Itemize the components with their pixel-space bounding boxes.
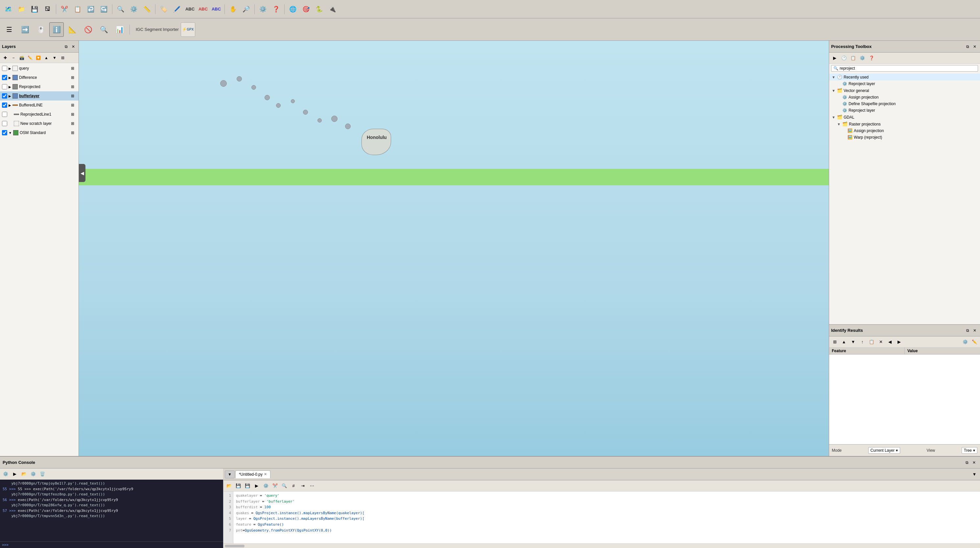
editor-scrollbar-thumb[interactable]: [225, 545, 245, 547]
layers-btn[interactable]: ☰: [2, 22, 16, 37]
editor-tb-save2[interactable]: 💾: [243, 481, 252, 490]
layer-expand-reprojected[interactable]: ▶: [8, 85, 11, 89]
undo-icon[interactable]: ↩️: [84, 3, 97, 16]
globe-icon[interactable]: 🌐: [286, 3, 299, 16]
editor-tb-comment[interactable]: #: [289, 481, 298, 490]
save-as-icon[interactable]: 🖫: [41, 3, 54, 16]
console-tb-settings[interactable]: ⚙️: [1, 470, 10, 478]
editor-tab-untitled[interactable]: *Untitled-0.py ✕: [235, 470, 270, 478]
layer-expand-difference[interactable]: ▶: [8, 76, 11, 79]
editor-scrollbar-h[interactable]: [223, 543, 980, 548]
select-icon[interactable]: ⚙️: [127, 3, 140, 16]
identify-icon[interactable]: 🔍: [115, 3, 127, 16]
layer-item-newscratchlayer[interactable]: New scratch layer ⊞: [0, 119, 78, 128]
target-icon[interactable]: 🎯: [300, 3, 312, 16]
layer-options-bufferlayer[interactable]: ⊞: [69, 92, 76, 100]
layer-checkbox-difference[interactable]: [2, 75, 7, 80]
processing-search-input[interactable]: [840, 66, 976, 71]
identify-results-close-btn[interactable]: ✕: [972, 327, 978, 334]
pan-icon[interactable]: ✋: [227, 3, 239, 16]
tree-item-reproject-vector[interactable]: ⚙️ Reproject layer: [829, 107, 980, 114]
code-area[interactable]: quakelayer = 'query' bufferlayer = 'buff…: [233, 491, 980, 543]
layer-options-bufferedline[interactable]: ⊞: [69, 101, 76, 109]
proc-history-btn[interactable]: 🕐: [840, 54, 848, 62]
plugin-icon[interactable]: 🐍: [313, 3, 325, 16]
tree-item-warp[interactable]: 🖼️ Warp (reproject): [829, 134, 980, 141]
layer-options-osmstandard[interactable]: ⊞: [69, 129, 76, 137]
select-features-btn[interactable]: 🖱️: [33, 22, 48, 37]
processing-toolbox-float-btn[interactable]: ⧉: [964, 43, 971, 50]
text-icon[interactable]: ABC: [184, 3, 196, 16]
layer-options-query[interactable]: ⊞: [69, 64, 76, 72]
layers-panel-float-btn[interactable]: ⧉: [63, 43, 69, 50]
layers-panel-close-btn[interactable]: ✕: [70, 43, 76, 50]
layer-options-reprojectedline1[interactable]: ⊞: [69, 110, 76, 118]
editor-tab-dropdown[interactable]: ▼: [225, 470, 235, 478]
gpx-icon[interactable]: ⚡ GPX: [181, 22, 195, 37]
zoom-icon[interactable]: 🔎: [240, 3, 252, 16]
remove-layer-btn[interactable]: −: [10, 54, 18, 62]
layer-checkbox-query[interactable]: [2, 66, 7, 71]
map-container[interactable]: Honolulu ◀: [79, 41, 829, 456]
help-icon[interactable]: ❓: [270, 3, 282, 16]
layer-item-osmstandard[interactable]: ▼ OSM Standard ⊞: [0, 128, 78, 137]
identify-tb-btn6[interactable]: ✕: [877, 338, 885, 346]
identify-results-float-btn[interactable]: ⧉: [964, 327, 971, 334]
identify-tb-btn4[interactable]: ↑: [858, 338, 867, 346]
console-input[interactable]: [8, 543, 221, 547]
filter-btn[interactable]: 🔍: [97, 22, 111, 37]
editor-scroll-down-btn[interactable]: ▼: [970, 470, 979, 479]
redo-icon[interactable]: ↪️: [98, 3, 110, 16]
proc-results-btn[interactable]: 📋: [849, 54, 858, 62]
layer-checkbox-reprojectedline1[interactable]: [2, 112, 7, 117]
digitize-icon[interactable]: 🖊️: [170, 3, 183, 16]
edit-icon[interactable]: ✂️: [58, 3, 71, 16]
editor-tb-cut[interactable]: ✂️: [271, 481, 279, 490]
layer-item-difference[interactable]: ▶ Difference ⊞: [0, 73, 78, 82]
tree-item-assign-projection[interactable]: ⚙️ Assign projection: [829, 94, 980, 100]
layer-options-difference[interactable]: ⊞: [69, 74, 76, 81]
statistics-btn[interactable]: 📊: [112, 22, 127, 37]
layer-item-reprojected[interactable]: ▶ Reprojected ⊞: [0, 82, 78, 91]
layer-item-query[interactable]: ▶ query ⊞: [0, 64, 78, 73]
layer-expand-osmstandard[interactable]: ▼: [8, 131, 12, 135]
copy-icon[interactable]: 📋: [71, 3, 84, 16]
more-layers-btn[interactable]: ⊞: [59, 54, 67, 62]
layer-item-reprojectedline1[interactable]: ReprojectedLine1 ⊞: [0, 110, 78, 119]
layer-options-newscratchlayer[interactable]: ⊞: [69, 119, 76, 127]
layer-options-reprojected[interactable]: ⊞: [69, 83, 76, 91]
new-project-icon[interactable]: 📁: [15, 3, 28, 16]
select-btn[interactable]: 📐: [65, 22, 80, 37]
identify-tb-btn3[interactable]: ▼: [849, 338, 858, 346]
editor-tab-close[interactable]: ✕: [264, 472, 267, 477]
identify-tb-btn7[interactable]: ◀: [886, 338, 894, 346]
tree-recently-used[interactable]: ▼ 🕐 Recently used: [829, 74, 980, 81]
console-tb-clear[interactable]: 🗑️: [38, 470, 47, 478]
proc-run-btn[interactable]: ▶: [830, 54, 839, 62]
processing-toolbox-close-btn[interactable]: ✕: [972, 43, 978, 50]
plugin2-icon[interactable]: 🔌: [326, 3, 339, 16]
tree-item-assign-raster[interactable]: 🖼️ Assign projection: [829, 127, 980, 134]
deselect-btn[interactable]: 🚫: [81, 22, 95, 37]
proc-options-btn[interactable]: ⚙️: [858, 54, 867, 62]
layer-checkbox-newscratchlayer[interactable]: [2, 121, 7, 126]
layer-item-bufferlayer[interactable]: ▶ bufferlayer ⊞: [0, 91, 78, 100]
tree-raster-projections[interactable]: ▼ 🗂️ Raster projections: [829, 121, 980, 127]
identify-tb-btn5[interactable]: 📋: [867, 338, 876, 346]
console-tb-open[interactable]: 📂: [20, 470, 28, 478]
layer-checkbox-reprojected[interactable]: [2, 84, 7, 89]
toggle-edit-btn[interactable]: ✏️: [26, 54, 34, 62]
save-project-icon[interactable]: 💾: [28, 3, 41, 16]
editor-tb-find[interactable]: 🔍: [280, 481, 288, 490]
editor-tb-save[interactable]: 💾: [234, 481, 243, 490]
identify-tb-btn2[interactable]: ▲: [840, 338, 848, 346]
settings-icon[interactable]: ⚙️: [257, 3, 269, 16]
identify-mode-dropdown[interactable]: Current Layer ▾: [868, 447, 900, 454]
layer-expand-bufferlayer[interactable]: ▶: [8, 94, 11, 98]
python-console-close-btn[interactable]: ✕: [971, 459, 977, 466]
layer-checkbox-bufferedline[interactable]: [2, 103, 7, 108]
identify-tb-btn10[interactable]: ✏️: [970, 338, 979, 346]
tree-gdal[interactable]: ▼ 🗂️ GDAL: [829, 114, 980, 121]
layer-item-bufferedline[interactable]: ▶ BufferedLINE ⊞: [0, 100, 78, 110]
nav-btn[interactable]: ➡️: [18, 22, 32, 37]
